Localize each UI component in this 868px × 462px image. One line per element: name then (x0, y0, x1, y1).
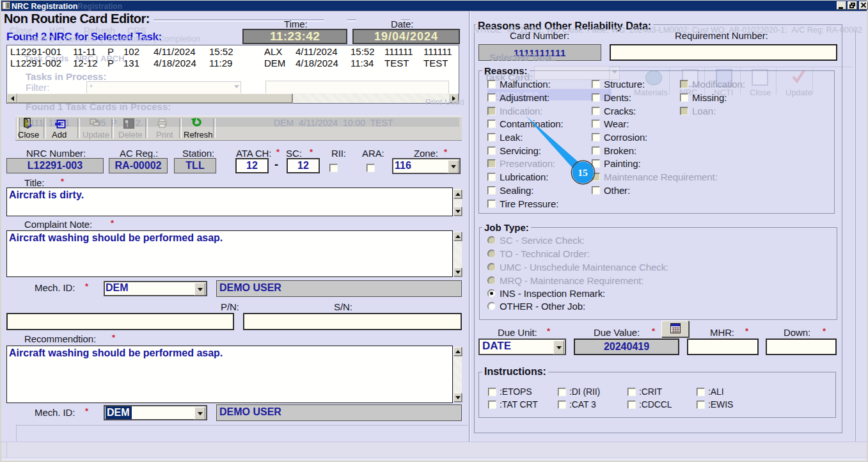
svg-text:15: 15 (578, 167, 588, 178)
